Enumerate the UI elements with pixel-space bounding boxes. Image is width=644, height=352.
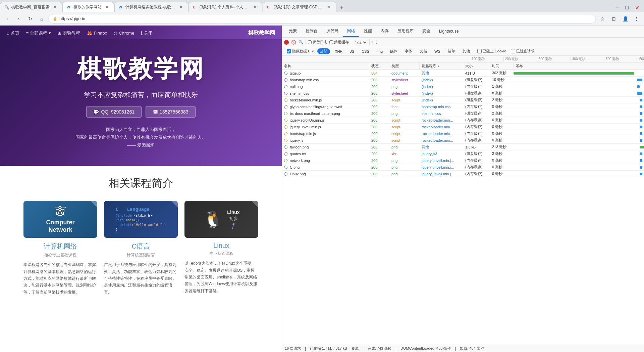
filter-other[interactable]: 其他 bbox=[460, 48, 473, 54]
cast-button[interactable]: ⊡ bbox=[609, 14, 619, 24]
blocked-cookies-input[interactable] bbox=[477, 49, 482, 53]
tab-2-close[interactable]: ✕ bbox=[104, 5, 110, 10]
filter-ws[interactable]: WS bbox=[432, 49, 443, 54]
table-row[interactable]: favicon.png 200 png 其他 1.3 kB 213 毫秒 bbox=[282, 144, 644, 150]
qq-button[interactable]: 💬 QQ: 929051261 bbox=[86, 106, 142, 118]
table-row[interactable]: bootstrap.min.css 200 stylesheet (index)… bbox=[282, 77, 644, 83]
url-bar[interactable]: 🔒 https://qige.io bbox=[48, 14, 596, 24]
devtools-tab-lighthouse[interactable]: Lighthouse bbox=[435, 26, 463, 37]
nav-about[interactable]: ℹ 关于 bbox=[141, 30, 153, 36]
table-row[interactable]: qige.io 304 document 其他 411 B 363 毫秒 bbox=[282, 70, 644, 77]
table-row[interactable]: bootstrap.min.js 200 script rocket-loade… bbox=[282, 130, 644, 137]
course-section-title: 相关课程简介 bbox=[7, 176, 275, 191]
table-row[interactable]: quotes.txt 200 xhr jquery.js3 (磁盘缓存) 2 毫… bbox=[282, 150, 644, 157]
devtools-tab-memory[interactable]: 内存 bbox=[377, 26, 393, 37]
filter-manifest[interactable]: 清单 bbox=[445, 48, 458, 54]
new-tab-button[interactable]: + bbox=[337, 3, 346, 12]
table-row[interactable]: jquery.scrollUp.min.js 200 script rocket… bbox=[282, 117, 644, 124]
nav-home[interactable]: ⌂ 首页 bbox=[7, 30, 19, 36]
tab-1[interactable]: 🔍 棋歌教学网_百度搜索 ✕ bbox=[0, 2, 62, 12]
disable-cache-input[interactable] bbox=[329, 40, 333, 44]
reload-button[interactable]: ↻ bbox=[25, 14, 35, 24]
courses-icon: ≡ bbox=[26, 31, 29, 36]
nav-lab[interactable]: ⊞ 实验教程 bbox=[58, 30, 80, 36]
tab-1-close[interactable]: ✕ bbox=[52, 5, 58, 10]
table-row[interactable]: null.png 200 png (index) (内存缓存) 1 毫秒 bbox=[282, 83, 644, 90]
tab-4-favicon: C bbox=[193, 5, 198, 10]
phone-button[interactable]: ☎ 13527556383 bbox=[146, 106, 196, 118]
tab-4[interactable]: C (3条消息) 个人资料-个人中心-CS... ✕ bbox=[189, 2, 262, 12]
table-row[interactable]: glyphicons-halflings-regular.woff 200 fo… bbox=[282, 103, 644, 110]
status-bar: 16 次请求 | 已传输 1.7 kB / 317 kB 资源 | 完成: 74… bbox=[282, 345, 644, 352]
th-initiator[interactable]: 发起程序 ▲ bbox=[420, 62, 463, 70]
back-button[interactable]: ‹ bbox=[3, 14, 12, 24]
th-name[interactable]: 名称 bbox=[282, 62, 369, 70]
preserve-log-input[interactable] bbox=[308, 40, 312, 44]
blocked-cookies-checkbox[interactable]: 已阻止 Cookie bbox=[477, 49, 506, 54]
course-card-c[interactable]: C Language #include <stdio.h> void main(… bbox=[104, 201, 178, 296]
devtools-tab-network[interactable]: 网络 bbox=[343, 26, 359, 37]
th-status[interactable]: 状态 bbox=[369, 62, 389, 70]
preserve-log-checkbox[interactable]: 保留日志 bbox=[308, 40, 327, 45]
tab-2[interactable]: W 棋歌的教学网站 ✕ bbox=[62, 2, 114, 12]
tab-4-close[interactable]: ✕ bbox=[253, 5, 258, 10]
filter-img[interactable]: Img bbox=[374, 49, 385, 54]
tab-3-close[interactable]: ✕ bbox=[178, 5, 184, 10]
tab-3[interactable]: W 计算机网络实验教程-棋歌教学网 ✕ bbox=[114, 2, 188, 12]
bookmark-button[interactable]: ☆ bbox=[598, 14, 607, 24]
th-time[interactable]: 时间 bbox=[490, 62, 514, 70]
devtools-tab-console[interactable]: 控制台 bbox=[302, 26, 322, 37]
devtools-tab-security[interactable]: 安全 bbox=[418, 26, 434, 37]
close-button[interactable]: ✕ bbox=[633, 3, 641, 12]
chrome-icon: ◎ bbox=[114, 31, 117, 36]
nav-firefox[interactable]: 🦊 Firefox bbox=[87, 31, 107, 36]
menu-button[interactable]: ⋮ bbox=[632, 14, 641, 24]
nav-chrome[interactable]: ◎ Chrome bbox=[114, 31, 134, 36]
tab-5[interactable]: C (3条消息) 文章管理-CSDN博客... ✕ bbox=[263, 2, 336, 12]
table-row[interactable]: jquery.js 200 script rocket-loader.min..… bbox=[282, 137, 644, 144]
filter-doc[interactable]: 文档 bbox=[417, 48, 430, 54]
nav-all-courses[interactable]: ≡ 全部课程 ▾ bbox=[26, 30, 51, 36]
status-sources: 资源 bbox=[351, 346, 359, 351]
filter-toggle-button[interactable]: 🔍 bbox=[298, 40, 304, 45]
minimize-button[interactable]: ─ bbox=[612, 3, 621, 12]
forward-button[interactable]: › bbox=[14, 14, 23, 24]
table-row[interactable]: bs-docs-masthead-pattern.png 200 png sit… bbox=[282, 110, 644, 117]
devtools-tab-performance[interactable]: 性能 bbox=[360, 26, 376, 37]
home-button[interactable]: ⌂ bbox=[37, 14, 46, 24]
hide-data-url-checkbox[interactable]: 隐藏数据 URL bbox=[287, 49, 315, 54]
table-row[interactable]: site.min.css 200 stylesheet (index) (磁盘缓… bbox=[282, 90, 644, 97]
tab-1-title: 棋歌教学网_百度搜索 bbox=[11, 4, 50, 10]
filter-css[interactable]: CSS bbox=[359, 49, 372, 54]
record-button[interactable] bbox=[284, 40, 289, 45]
throttle-select[interactable]: 节流 bbox=[353, 40, 367, 45]
table-row[interactable]: Linux.png 200 png jquery.unveil.min.j...… bbox=[282, 171, 644, 177]
disable-cache-checkbox[interactable]: 禁用缓存 bbox=[329, 40, 349, 45]
table-row[interactable]: jquery.unveil.min.js 200 script rocket-l… bbox=[282, 124, 644, 130]
devtools-tab-sources[interactable]: 源代码 bbox=[322, 26, 342, 37]
filter-font[interactable]: 字体 bbox=[402, 48, 415, 54]
th-waterfall[interactable]: 瀑布 bbox=[514, 62, 644, 70]
course-card-network[interactable]: 🕸 ComputerNetwork 计算机网络 核心专业基础课程 本课程是各专业… bbox=[23, 201, 97, 296]
course-card-linux[interactable]: 🐧 Linux 初步 ƒ Linux 专业基础课程 以Fedora为蓝本，了解L… bbox=[184, 201, 258, 296]
hide-data-url-input[interactable] bbox=[287, 49, 291, 53]
phone-text: ☎ 13527556383 bbox=[153, 109, 189, 115]
tab-5-close[interactable]: ✕ bbox=[327, 5, 332, 10]
filter-js[interactable]: JS bbox=[347, 49, 357, 54]
th-size[interactable]: 大小 bbox=[463, 62, 490, 70]
table-row[interactable]: rocket-loader.min.js 200 script (index) … bbox=[282, 97, 644, 103]
th-type[interactable]: 类型 bbox=[389, 62, 420, 70]
devtools-tab-application[interactable]: 应用程序 bbox=[393, 26, 418, 37]
devtools-tab-elements[interactable]: 元素 bbox=[285, 26, 301, 37]
filter-xhr[interactable]: XHR bbox=[332, 49, 345, 54]
blocked-requests-input[interactable] bbox=[511, 49, 515, 53]
clear-button[interactable]: 🚫 bbox=[291, 40, 296, 45]
profile-button[interactable]: 👤 bbox=[621, 14, 630, 24]
table-row[interactable]: C.png 200 png jquery.unveil.min.j... (内存… bbox=[282, 164, 644, 171]
table-row[interactable]: network.png 200 png jquery.unveil.min.j.… bbox=[282, 157, 644, 164]
restore-button[interactable]: □ bbox=[623, 3, 631, 12]
filter-all[interactable]: 全部 bbox=[317, 48, 330, 54]
firefox-icon: 🦊 bbox=[87, 31, 92, 36]
filter-media[interactable]: 媒体 bbox=[387, 48, 400, 54]
blocked-requests-checkbox[interactable]: 已阻止请求 bbox=[511, 49, 535, 54]
